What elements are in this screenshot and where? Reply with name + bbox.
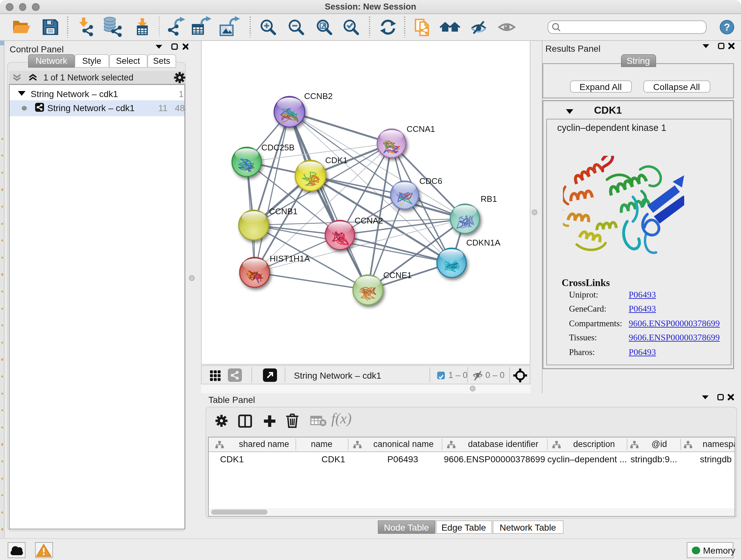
svg-text:CDKN1A: CDKN1A (466, 238, 500, 247)
svg-text:CDC6: CDC6 (419, 176, 442, 186)
svg-text:CDC25B: CDC25B (261, 142, 294, 152)
svg-text:CCNE1: CCNE1 (383, 270, 411, 280)
svg-text:?: ? (724, 21, 730, 33)
svg-text:CCNB1: CCNB1 (269, 206, 297, 216)
svg-text:CDK1: CDK1 (325, 155, 347, 165)
svg-text:CCNA1: CCNA1 (406, 124, 434, 133)
svg-text:CCNB2: CCNB2 (304, 91, 332, 101)
svg-text:HIST1H1A: HIST1H1A (269, 253, 310, 263)
svg-text:CCNA2: CCNA2 (354, 215, 383, 225)
svg-text:RB1: RB1 (480, 194, 496, 203)
